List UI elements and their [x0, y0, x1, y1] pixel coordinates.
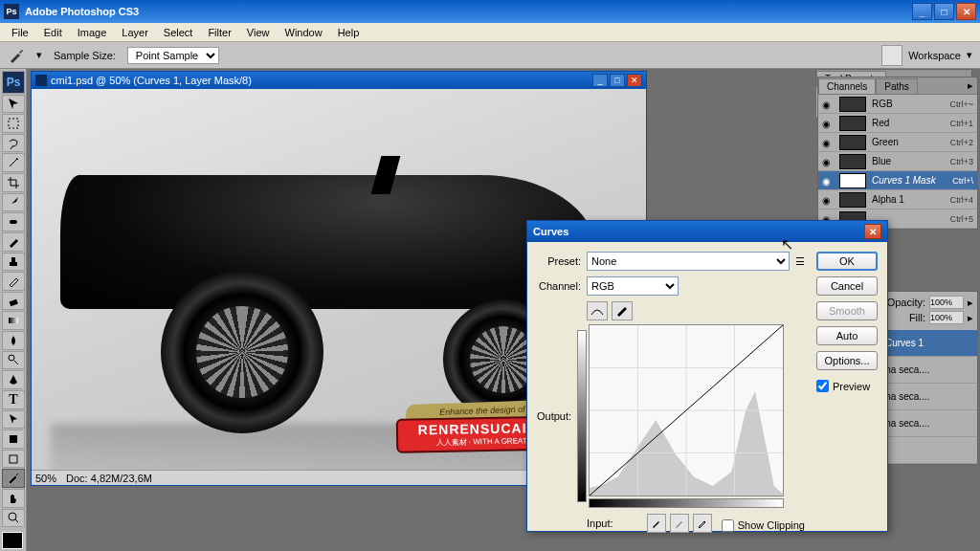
doc-maximize-button[interactable]: □ [610, 74, 625, 87]
menu-file[interactable]: File [4, 25, 36, 40]
menu-select[interactable]: Select [156, 25, 201, 40]
brush-tool[interactable] [2, 232, 25, 252]
eraser-tool[interactable] [2, 292, 25, 311]
smooth-button[interactable]: Smooth [816, 301, 878, 320]
black-point-eyedropper[interactable] [647, 514, 666, 533]
paths-tab[interactable]: Paths [876, 78, 918, 94]
maximize-button[interactable]: □ [934, 3, 954, 20]
channel-thumbnail [839, 116, 866, 131]
channel-shortcut: Ctrl+5 [950, 214, 973, 224]
channel-name: Red [872, 118, 945, 128]
type-tool[interactable]: T [2, 390, 25, 409]
menu-edit[interactable]: Edit [36, 25, 70, 40]
channels-tab[interactable]: Channels [818, 78, 876, 94]
preview-checkbox[interactable] [816, 380, 829, 392]
visibility-icon[interactable] [822, 99, 834, 110]
channel-row[interactable]: RedCtrl+1 [818, 114, 977, 133]
dialog-titlebar[interactable]: Curves ✕ [527, 221, 887, 242]
channel-row[interactable]: Curves 1 MaskCtrl+\ [818, 171, 977, 190]
chevron-down-icon[interactable]: ▸ [968, 312, 973, 324]
shape-tool[interactable] [2, 430, 25, 449]
path-select-tool[interactable] [2, 410, 25, 430]
options-button[interactable]: Options... [816, 351, 878, 370]
menu-filter[interactable]: Filter [200, 25, 238, 40]
workspace-label[interactable]: Workspace [908, 50, 961, 61]
move-tool[interactable] [2, 95, 25, 114]
chevron-down-icon[interactable]: ▸ [968, 297, 973, 309]
close-button[interactable]: ✕ [956, 3, 976, 20]
document-icon [35, 75, 47, 86]
white-point-eyedropper[interactable] [693, 514, 712, 533]
menu-window[interactable]: Window [278, 25, 330, 40]
channel-shortcut: Ctrl+1 [950, 119, 973, 128]
visibility-icon[interactable] [822, 118, 834, 129]
visibility-icon[interactable] [822, 156, 834, 167]
auto-button[interactable]: Auto [816, 326, 878, 345]
chevron-down-icon[interactable]: ▾ [36, 49, 42, 61]
crop-tool[interactable] [2, 173, 25, 192]
wand-tool[interactable] [2, 153, 25, 172]
cursor-icon: ↖ [781, 235, 793, 253]
pen-tool[interactable] [2, 370, 25, 389]
channel-thumbnail [839, 192, 866, 208]
sample-size-select[interactable]: Point Sample [127, 47, 219, 64]
app-titlebar: Ps Adobe Photoshop CS3 _ □ ✕ [0, 0, 980, 23]
blur-tool[interactable] [2, 331, 25, 350]
channel-row[interactable]: GreenCtrl+2 [818, 133, 977, 152]
fill-input[interactable] [929, 311, 964, 324]
curve-point-tool[interactable] [587, 301, 608, 320]
fill-label: Fill: [909, 312, 925, 323]
ok-button[interactable]: OK [816, 252, 878, 271]
dodge-tool[interactable] [2, 351, 25, 370]
channel-shortcut: Ctrl+4 [950, 195, 973, 205]
slice-tool[interactable] [2, 193, 25, 212]
stamp-tool[interactable] [2, 253, 25, 272]
history-brush-tool[interactable] [2, 272, 25, 291]
minimize-button[interactable]: _ [912, 3, 932, 20]
preset-menu-icon[interactable]: ☰ [795, 255, 805, 268]
curves-graph[interactable] [589, 324, 784, 496]
visibility-icon[interactable] [822, 137, 834, 148]
dialog-close-button[interactable]: ✕ [864, 224, 881, 239]
menu-help[interactable]: Help [330, 25, 368, 40]
channel-thumbnail [839, 135, 866, 150]
curves-dialog: Curves ✕ Preset: None ☰ Channel: RGB Out… [526, 220, 888, 532]
gradient-tool[interactable] [2, 311, 25, 330]
gray-point-eyedropper[interactable] [670, 514, 689, 533]
preview-label: Preview [833, 381, 870, 392]
channel-select[interactable]: RGB [587, 276, 679, 296]
svg-point-4 [9, 355, 14, 361]
menu-layer[interactable]: Layer [114, 25, 156, 40]
show-clipping-checkbox[interactable] [722, 519, 734, 532]
menu-view[interactable]: View [239, 25, 278, 40]
preset-select[interactable]: None [587, 252, 790, 271]
notes-tool[interactable] [2, 450, 25, 469]
doc-close-button[interactable]: ✕ [627, 74, 642, 87]
options-bar: ▾ Sample Size: Point Sample Workspace ▾ [0, 42, 980, 69]
hand-tool[interactable] [2, 489, 25, 508]
foreground-color[interactable] [2, 532, 23, 549]
panel-menu-icon[interactable]: ▸ [968, 79, 973, 92]
channel-shortcut: Ctrl+~ [949, 99, 973, 109]
chevron-down-icon[interactable]: ▾ [967, 49, 972, 61]
channel-row[interactable]: BlueCtrl+3 [818, 152, 977, 171]
zoom-level[interactable]: 50% [35, 473, 56, 484]
visibility-icon[interactable] [822, 175, 834, 187]
opacity-input[interactable] [929, 296, 964, 309]
menu-image[interactable]: Image [70, 25, 115, 40]
doc-minimize-button[interactable]: _ [592, 74, 608, 87]
lasso-tool[interactable] [2, 134, 25, 153]
channel-label: Channel: [537, 280, 581, 292]
zoom-tool[interactable] [2, 509, 25, 528]
document-title: cmi1.psd @ 50% (Curves 1, Layer Mask/8) [51, 75, 592, 86]
channel-row[interactable]: Alpha 1Ctrl+4 [818, 190, 977, 209]
visibility-icon[interactable] [822, 194, 834, 206]
workspace-icon[interactable] [881, 45, 902, 66]
cancel-button[interactable]: Cancel [816, 276, 878, 296]
channel-row[interactable]: RGBCtrl+~ [818, 95, 977, 114]
channel-shortcut: Ctrl+2 [950, 138, 973, 147]
heal-tool[interactable] [2, 212, 25, 231]
eyedropper-tool[interactable] [2, 469, 25, 488]
marquee-tool[interactable] [2, 114, 25, 133]
curve-pencil-tool[interactable] [612, 301, 633, 320]
